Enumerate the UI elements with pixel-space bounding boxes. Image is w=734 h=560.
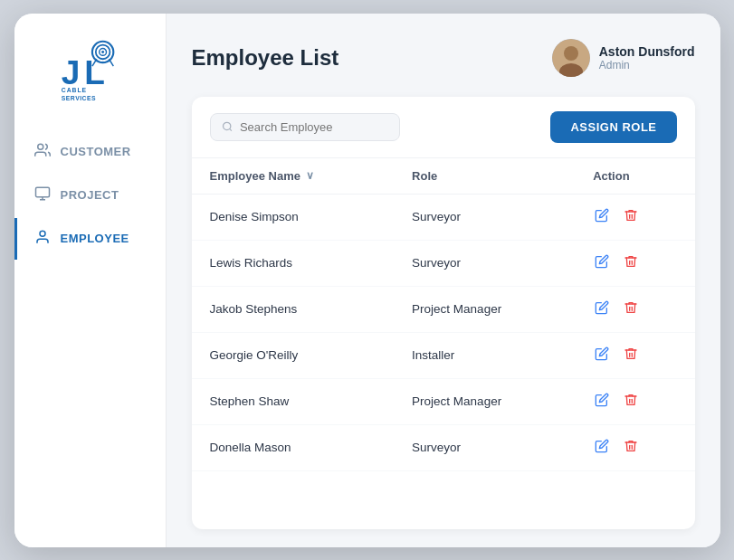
assign-role-button[interactable]: ASSIGN ROLE bbox=[550, 111, 676, 143]
th-name-sortable[interactable]: Employee Name ∨ bbox=[210, 169, 377, 183]
page-title: Employee List bbox=[192, 45, 339, 71]
action-icons bbox=[593, 206, 676, 228]
action-icons bbox=[593, 252, 676, 274]
cell-action bbox=[575, 286, 694, 332]
delete-button[interactable] bbox=[622, 391, 640, 413]
user-name: Aston Dunsford bbox=[599, 44, 695, 59]
search-input[interactable] bbox=[240, 120, 388, 134]
cell-role: Installer bbox=[394, 332, 575, 378]
cell-action bbox=[575, 378, 694, 424]
delete-button[interactable] bbox=[622, 206, 640, 228]
cell-name: Denise Simpson bbox=[192, 194, 395, 240]
main-content: Employee List Aston Dunsford Admin bbox=[167, 14, 720, 547]
th-action: Action bbox=[575, 158, 694, 195]
search-icon bbox=[222, 120, 233, 133]
cell-name: Jakob Stephens bbox=[192, 286, 395, 332]
th-name: Employee Name ∨ bbox=[192, 158, 395, 195]
edit-button[interactable] bbox=[593, 299, 611, 320]
cell-role: Surveyor bbox=[394, 194, 575, 240]
project-icon bbox=[33, 185, 52, 205]
user-role: Admin bbox=[599, 59, 630, 71]
user-text: Aston Dunsford Admin bbox=[599, 44, 695, 71]
cell-name: Stephen Shaw bbox=[192, 378, 395, 424]
sidebar-item-project[interactable]: PROJECT bbox=[14, 175, 166, 216]
svg-text:J: J bbox=[62, 52, 81, 90]
cell-action bbox=[575, 332, 694, 378]
sidebar: J L CABLE SERVICES bbox=[14, 14, 167, 547]
svg-text:CABLE: CABLE bbox=[62, 87, 87, 93]
sidebar-item-customer[interactable]: CUSTOMER bbox=[14, 131, 166, 173]
svg-line-7 bbox=[109, 59, 113, 66]
cell-role: Surveyor bbox=[394, 424, 575, 470]
svg-point-10 bbox=[37, 144, 43, 149]
table-row: Lewis Richards Surveyor bbox=[192, 240, 695, 286]
delete-button[interactable] bbox=[622, 345, 640, 366]
edit-button[interactable] bbox=[593, 437, 611, 459]
delete-button[interactable] bbox=[622, 252, 640, 274]
sidebar-item-employee[interactable]: EMPLOYEE bbox=[14, 218, 166, 260]
action-icons bbox=[593, 391, 676, 413]
sidebar-item-project-label: PROJECT bbox=[61, 188, 119, 202]
employee-icon bbox=[33, 229, 52, 249]
edit-button[interactable] bbox=[593, 345, 611, 366]
table-row: Donella Mason Surveyor bbox=[192, 424, 695, 470]
sort-icon: ∨ bbox=[306, 169, 314, 182]
logo-area: J L CABLE SERVICES bbox=[53, 32, 126, 104]
user-info: Aston Dunsford Admin bbox=[552, 39, 695, 77]
edit-button[interactable] bbox=[593, 206, 611, 228]
edit-button[interactable] bbox=[593, 391, 611, 413]
edit-button[interactable] bbox=[593, 252, 611, 274]
cell-role: Surveyor bbox=[394, 240, 575, 286]
svg-point-5 bbox=[101, 50, 104, 52]
nav-menu: CUSTOMER PROJECT bbox=[14, 131, 166, 260]
svg-rect-11 bbox=[35, 187, 49, 197]
sidebar-item-employee-label: EMPLOYEE bbox=[61, 232, 129, 245]
table-toolbar: ASSIGN ROLE bbox=[192, 97, 695, 158]
cell-name: Georgie O'Reilly bbox=[192, 332, 395, 378]
top-bar: Employee List Aston Dunsford Admin bbox=[192, 39, 695, 77]
customer-icon bbox=[33, 142, 52, 162]
employee-table: Employee Name ∨ Role Action Denise Simps… bbox=[192, 158, 695, 471]
action-icons bbox=[593, 437, 676, 459]
svg-point-16 bbox=[564, 46, 578, 61]
avatar bbox=[552, 39, 590, 77]
cell-action bbox=[575, 194, 694, 240]
svg-point-14 bbox=[40, 231, 45, 236]
table-card: ASSIGN ROLE Employee Name ∨ Role Action bbox=[192, 97, 695, 529]
delete-button[interactable] bbox=[622, 299, 640, 320]
cell-action bbox=[575, 240, 694, 286]
cell-name: Donella Mason bbox=[192, 424, 395, 470]
svg-point-18 bbox=[223, 122, 230, 129]
cell-name: Lewis Richards bbox=[192, 240, 395, 286]
search-box[interactable] bbox=[210, 113, 400, 141]
table-header-row: Employee Name ∨ Role Action bbox=[192, 158, 695, 195]
cell-action bbox=[575, 424, 694, 470]
table-row: Georgie O'Reilly Installer bbox=[192, 332, 695, 378]
action-icons bbox=[593, 345, 676, 366]
svg-text:SERVICES: SERVICES bbox=[62, 95, 96, 101]
table-row: Denise Simpson Surveyor bbox=[192, 194, 695, 240]
sidebar-item-customer-label: CUSTOMER bbox=[61, 145, 131, 158]
action-icons bbox=[593, 299, 676, 320]
logo: J L CABLE SERVICES bbox=[53, 32, 126, 104]
th-role: Role bbox=[394, 158, 575, 195]
table-row: Jakob Stephens Project Manager bbox=[192, 286, 695, 332]
cell-role: Project Manager bbox=[394, 378, 575, 424]
table-row: Stephen Shaw Project Manager bbox=[192, 378, 695, 424]
cell-role: Project Manager bbox=[394, 286, 575, 332]
delete-button[interactable] bbox=[622, 437, 640, 459]
svg-line-19 bbox=[229, 128, 231, 130]
